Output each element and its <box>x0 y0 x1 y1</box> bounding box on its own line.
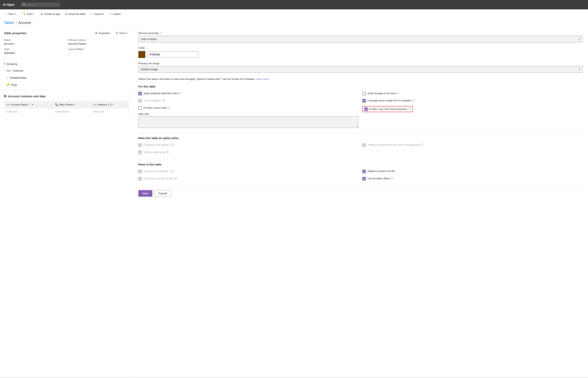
can-have-contact-email-checkbox[interactable] <box>138 177 142 180</box>
primary-column-prop: Primary column Account Name <box>68 39 129 45</box>
mail-merge-checkbox[interactable] <box>138 151 142 154</box>
main-layout: Table properties ⚙ Properties 🗃 Tools ▾ … <box>0 27 588 377</box>
edit-button[interactable]: ✏️ Edit ▾ <box>21 11 36 17</box>
audit-changes-checkbox[interactable] <box>362 92 366 95</box>
create-app-button[interactable]: ⊞ Create an app <box>39 11 62 17</box>
provide-custom-help-info: ⓘ <box>167 106 170 109</box>
cancel-button[interactable]: Cancel <box>154 190 171 197</box>
table-properties-section: Table properties ⚙ Properties 🗃 Tools ▾ … <box>0 27 133 59</box>
breadcrumb-separator: › <box>16 21 17 25</box>
schema-keys-item[interactable]: 🔑 Keys <box>4 81 129 88</box>
color-text-input[interactable] <box>147 52 198 57</box>
sort-icon[interactable]: ↑ <box>30 104 31 106</box>
chevron-col-icon[interactable]: ▾ <box>32 103 33 106</box>
right-panel: Record ownership * User or team ▾ Color … <box>133 27 588 377</box>
required-marker: * <box>160 32 161 35</box>
appear-in-search-checkbox[interactable] <box>362 170 366 173</box>
last-modified-prop: Last modified – <box>68 48 129 54</box>
sharepoint-checkbox[interactable] <box>362 143 366 147</box>
creating-activity-label: Creating a new activity 1 ⓘ <box>143 143 174 147</box>
make-option-grid: Creating a new activity 1 ⓘ Setting up S… <box>138 142 583 155</box>
export-button[interactable]: ⟶ Export <box>107 11 123 17</box>
properties-grid: Name Account Primary column Account Name… <box>4 39 129 54</box>
search-box[interactable]: 🔍 <box>21 2 60 7</box>
import-button[interactable]: ⟵ Import ▾ <box>88 11 106 17</box>
track-changes-checkbox[interactable] <box>138 99 142 103</box>
leverage-quick-create-checkbox[interactable] <box>362 99 366 103</box>
edit-icon: ✏️ <box>23 13 26 15</box>
audit-changes-row: Audit changes to its data ⓘ <box>362 91 583 96</box>
apply-duplicate-row: Apply duplicate detection rules ⓘ <box>138 91 359 96</box>
section-divider-1 <box>138 133 583 134</box>
color-input-row <box>138 51 583 58</box>
audit-changes-label: Audit changes to its data ⓘ <box>367 92 399 95</box>
make-option-title: Make this table an option when <box>138 136 583 140</box>
cell-main-phone[interactable]: Enter phone <box>53 108 91 115</box>
mail-merge-info: ⓘ <box>166 150 169 154</box>
appear-in-search-row: Appear in search results <box>362 169 583 174</box>
properties-panel: Record ownership * User or team ▾ Color … <box>133 27 588 202</box>
apply-duplicate-checkbox[interactable] <box>138 92 142 95</box>
col-header-account-name[interactable]: Abc Account Name * ↑ ▾ <box>4 101 53 108</box>
data-section-header: ⊞ Account columns and data <box>4 94 129 98</box>
can-be-taken-offline-checkbox[interactable] <box>362 177 366 180</box>
cell-account-name[interactable]: Enter text <box>4 108 53 115</box>
table-row: Enter text Enter phone Enter text <box>4 108 129 115</box>
help-url-input[interactable] <box>138 116 359 128</box>
apply-duplicate-label: Apply duplicate detection rules ⓘ <box>143 92 181 95</box>
new-button[interactable]: ＋ New ▾ <box>3 11 18 17</box>
schema-relationships-item[interactable]: ⬡ Relationships <box>4 74 129 81</box>
cell-address[interactable]: Enter text <box>91 108 129 115</box>
breadcrumb: Tables › Account <box>0 19 588 27</box>
ltdr-box: Enable Long Term Data Retention ⓘ <box>362 106 413 112</box>
contact-email-info: ⓘ <box>175 177 177 180</box>
breadcrumb-current: Account <box>18 21 31 25</box>
provide-custom-help-checkbox[interactable] <box>138 106 142 110</box>
tools-button[interactable]: 🗃 Tools ▾ <box>114 31 129 35</box>
record-ownership-dropdown[interactable]: User or team ▾ <box>138 36 583 42</box>
can-be-taken-offline-label: Can be taken offline ⓘ <box>367 177 393 180</box>
color-swatch[interactable] <box>138 51 145 58</box>
table-properties-title: Table properties <box>4 31 27 35</box>
chevron-down-icon: ▾ <box>15 13 16 15</box>
left-panel: Table properties ⚙ Properties 🗃 Tools ▾ … <box>0 27 133 377</box>
using-this-table-button[interactable]: ⊞ Using this table <box>63 11 87 17</box>
creating-activity-checkbox[interactable] <box>138 143 142 147</box>
col-header-main-phone[interactable]: 📞 Main Phone ▾ <box>53 101 91 108</box>
search-input[interactable] <box>27 3 56 6</box>
rows-grid: Can have connections 1 ⓘ Appear in searc… <box>138 169 583 181</box>
record-ownership-label: Record ownership * <box>138 32 583 35</box>
provide-custom-help-label: Provide custom help ⓘ <box>143 106 170 109</box>
chevron-down-image: ▾ <box>579 68 580 71</box>
track-changes-label: Track changes 1 ⓘ <box>143 99 165 102</box>
leverage-quick-create-row: Leverage quick-create form if available … <box>362 98 583 103</box>
schema-columns-item[interactable]: Abc Columns <box>4 67 129 74</box>
enable-ltdr-checkbox[interactable] <box>364 108 368 111</box>
col-header-address[interactable]: Abc Address 1: Ci <box>91 101 129 108</box>
primary-row-image-dropdown[interactable]: Default Image ▾ <box>138 66 583 73</box>
chevron-down-icon-3: ▾ <box>103 13 104 15</box>
sharepoint-row: Setting up SharePoint document managemen… <box>362 142 583 148</box>
abc-badge: Abc <box>6 104 10 106</box>
chevron-col-phone-icon[interactable]: ▾ <box>74 103 75 106</box>
learn-more-link[interactable]: Learn more <box>256 78 269 81</box>
can-have-contact-email-label: Can have a contact email 1 ⓘ <box>143 177 177 180</box>
table-header-row: Abc Account Name * ↑ ▾ 📞 Main Phone <box>4 101 129 108</box>
track-changes-row: Track changes 1 ⓘ <box>138 98 359 103</box>
export-icon: ⟶ <box>109 13 113 15</box>
phone-icon: 📞 <box>55 103 58 106</box>
section-divider-2 <box>138 160 583 160</box>
breadcrumb-parent[interactable]: Tables <box>4 21 14 25</box>
app-title: er Apps <box>3 3 15 6</box>
apply-duplicate-info: ⓘ <box>179 92 181 95</box>
info-text: Refine how data in this table is used an… <box>138 77 583 81</box>
toolbar-divider-1 <box>19 12 20 16</box>
save-button[interactable]: Save <box>138 190 152 197</box>
can-have-connections-checkbox[interactable] <box>138 170 142 173</box>
properties-button[interactable]: ⚙ Properties <box>94 31 112 35</box>
rows-title: Rows in this table <box>138 163 583 166</box>
for-this-table-section: For this table Apply duplicate detection… <box>138 85 583 129</box>
can-have-connections-label: Can have connections 1 ⓘ <box>143 170 174 173</box>
provide-custom-help-row: Provide custom help ⓘ <box>138 105 359 110</box>
table-properties-header: Table properties ⚙ Properties 🗃 Tools ▾ <box>4 31 129 35</box>
